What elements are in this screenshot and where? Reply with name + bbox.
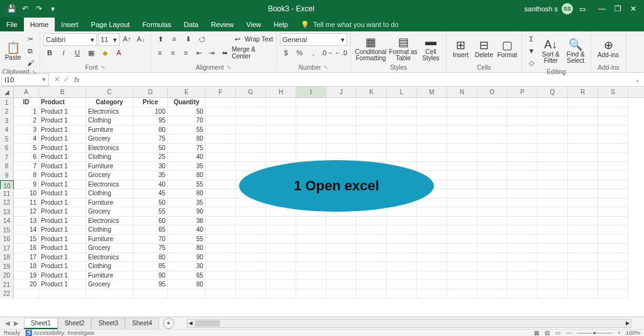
cell[interactable] (538, 180, 568, 190)
cell[interactable] (447, 171, 477, 180)
align-middle-icon[interactable]: ≡ (168, 33, 180, 45)
save-icon[interactable]: 💾 (6, 4, 16, 13)
row-header[interactable]: 19 (0, 262, 14, 271)
cell[interactable] (266, 144, 296, 153)
cell[interactable] (447, 207, 477, 217)
row-header[interactable]: 20 (0, 271, 14, 281)
cell[interactable]: Grocery (86, 280, 133, 290)
cell[interactable] (508, 107, 538, 117)
cell[interactable] (598, 134, 628, 144)
cell[interactable] (477, 153, 508, 162)
tell-me-search[interactable]: 💡 Tell me what you want to do (294, 18, 405, 31)
view-pagebreak-icon[interactable]: ▭ (555, 330, 561, 336)
dialog-launcher-icon[interactable]: ⤡ (226, 64, 231, 70)
cell[interactable]: 18 (14, 262, 39, 271)
cell[interactable] (538, 153, 568, 162)
cell[interactable]: Product 1 (39, 244, 86, 253)
cell[interactable] (538, 217, 568, 226)
tab-insert[interactable]: Insert (55, 18, 85, 31)
cell[interactable] (206, 171, 236, 180)
cell[interactable] (387, 116, 417, 126)
cell[interactable] (508, 153, 538, 162)
cell[interactable] (357, 134, 387, 144)
cell[interactable] (447, 107, 477, 117)
cell[interactable] (568, 253, 598, 263)
cell[interactable] (296, 144, 326, 153)
row-header[interactable]: 13 (0, 207, 14, 217)
cell[interactable]: Price (133, 98, 168, 107)
tab-home[interactable]: Home (24, 18, 55, 31)
cell[interactable] (236, 207, 266, 217)
cell[interactable] (538, 126, 568, 135)
cell[interactable]: 38 (168, 217, 206, 226)
cell[interactable] (417, 134, 447, 144)
row-header[interactable]: 3 (0, 116, 14, 126)
row-header[interactable]: 1 (0, 98, 14, 107)
cell[interactable] (357, 107, 387, 117)
cell[interactable] (598, 153, 628, 162)
cell[interactable]: Furniture (86, 126, 133, 135)
column-header-P[interactable]: P (508, 87, 538, 97)
cell[interactable] (326, 262, 357, 271)
cell[interactable]: 80 (133, 253, 168, 263)
cell[interactable] (266, 271, 296, 281)
underline-button[interactable]: U (71, 47, 84, 58)
cell[interactable]: 35 (168, 198, 206, 208)
cell[interactable] (447, 189, 477, 198)
cell[interactable] (296, 217, 326, 226)
cell[interactable] (296, 271, 326, 281)
cell[interactable] (266, 134, 296, 144)
column-header-J[interactable]: J (326, 87, 357, 97)
decrease-indent-icon[interactable]: ⇤ (193, 47, 205, 58)
formula-input[interactable] (82, 73, 635, 86)
column-header-H[interactable]: H (266, 87, 296, 97)
row-header[interactable]: 5 (0, 134, 14, 144)
cell[interactable]: 20 (14, 280, 39, 290)
cell[interactable] (326, 271, 357, 281)
cell[interactable] (477, 253, 508, 263)
cell[interactable] (598, 290, 628, 299)
cell[interactable]: Product 1 (39, 180, 86, 190)
cell[interactable] (598, 189, 628, 198)
cell[interactable] (538, 244, 568, 253)
cell[interactable]: 75 (133, 134, 168, 144)
dialog-launcher-icon[interactable]: ⤡ (101, 64, 106, 70)
paste-button[interactable]: 📋 Paste (3, 41, 23, 61)
cell[interactable] (508, 134, 538, 144)
zoom-level[interactable]: 100% (626, 330, 640, 336)
cell[interactable]: Grocery (86, 171, 133, 180)
cell[interactable] (447, 134, 477, 144)
cell[interactable]: Product 1 (39, 162, 86, 171)
maximize-icon[interactable]: ❐ (614, 4, 621, 13)
cell[interactable]: 50 (168, 107, 206, 117)
cell[interactable] (326, 116, 357, 126)
cell[interactable] (296, 98, 326, 107)
column-header-L[interactable]: L (387, 87, 417, 97)
cell[interactable] (598, 271, 628, 281)
cell[interactable]: ID (14, 98, 39, 107)
cell[interactable] (538, 280, 568, 290)
cell[interactable] (387, 280, 417, 290)
cell[interactable]: 55 (168, 126, 206, 135)
cell[interactable] (326, 144, 357, 153)
cut-icon[interactable]: ✂ (24, 33, 36, 45)
cell[interactable] (447, 126, 477, 135)
cell[interactable] (447, 98, 477, 107)
tab-help[interactable]: Help (267, 18, 294, 31)
cell[interactable] (568, 162, 598, 171)
cell[interactable] (357, 271, 387, 281)
cell[interactable]: 80 (168, 280, 206, 290)
cell[interactable] (477, 144, 508, 153)
cell[interactable] (357, 144, 387, 153)
cell[interactable] (236, 126, 266, 135)
cell[interactable]: Product 1 (39, 198, 86, 208)
align-left-icon[interactable]: ≡ (154, 47, 166, 58)
cell[interactable] (296, 134, 326, 144)
cell[interactable]: Product 1 (39, 144, 86, 153)
cell[interactable] (538, 262, 568, 271)
cell[interactable] (538, 144, 568, 153)
cell[interactable] (357, 217, 387, 226)
cell[interactable] (236, 271, 266, 281)
cell[interactable]: 7 (14, 162, 39, 171)
cell[interactable] (417, 116, 447, 126)
